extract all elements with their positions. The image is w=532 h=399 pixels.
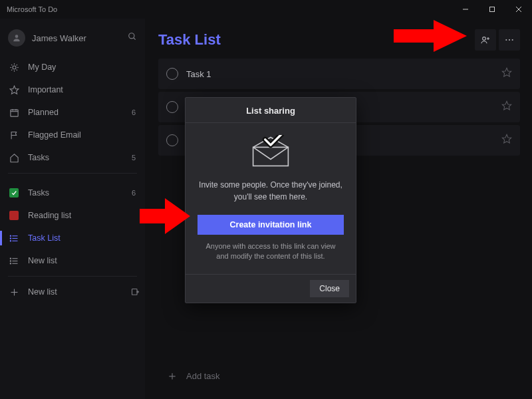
svg-point-5 xyxy=(129,33,134,39)
svg-point-41 xyxy=(505,39,507,41)
sidebar-item-label: Tasks xyxy=(28,153,124,162)
sidebar-item-label: New list xyxy=(28,256,128,265)
add-task-label: Add task xyxy=(186,371,220,381)
list-sharing-dialog: List sharing Invite some people. Once th… xyxy=(185,97,356,303)
sidebar-item-my-day[interactable]: My Day xyxy=(0,56,145,78)
star-outline-icon[interactable] xyxy=(501,67,512,80)
search-icon[interactable] xyxy=(128,32,137,44)
sidebar-item-tasks[interactable]: Tasks 5 xyxy=(0,146,145,169)
svg-point-26 xyxy=(10,240,11,241)
page-title: Task List xyxy=(158,31,472,49)
titlebar: Microsoft To Do xyxy=(0,0,532,19)
sidebar-item-label: Task List xyxy=(28,233,128,243)
profile-name: James Walker xyxy=(32,33,121,43)
task-title: Task 1 xyxy=(186,69,493,79)
svg-point-4 xyxy=(15,35,19,38)
userlists: Tasks 6 Reading list Task List New list xyxy=(0,182,145,272)
complete-circle-icon[interactable] xyxy=(166,68,178,80)
maximize-button[interactable] xyxy=(479,0,505,19)
square-green-icon xyxy=(8,188,20,198)
svg-line-13 xyxy=(16,69,17,70)
smartlists: My Day Important Planned 6 Flagged Email xyxy=(0,56,145,169)
sidebar-item-planned[interactable]: Planned 6 xyxy=(0,101,145,124)
svg-point-43 xyxy=(512,39,513,41)
svg-line-6 xyxy=(134,38,136,40)
star-outline-icon[interactable] xyxy=(501,134,512,147)
svg-point-38 xyxy=(483,37,486,41)
svg-point-31 xyxy=(10,260,11,261)
window-controls xyxy=(452,0,532,19)
svg-marker-16 xyxy=(10,86,19,94)
svg-point-42 xyxy=(509,39,510,41)
dialog-sub-text: Anyone with access to this link can view… xyxy=(198,241,344,267)
star-outline-icon[interactable] xyxy=(501,100,512,114)
svg-rect-1 xyxy=(490,7,495,12)
sidebar-item-count: 5 xyxy=(132,154,137,162)
sidebar-item-label: Important xyxy=(28,85,128,94)
new-group-button[interactable] xyxy=(125,281,145,303)
sidebar-divider xyxy=(8,173,137,174)
new-list-label: New list xyxy=(28,287,117,297)
flag-icon xyxy=(8,130,20,140)
complete-circle-icon[interactable] xyxy=(166,101,178,113)
create-invitation-link-button[interactable]: Create invitation link xyxy=(198,215,344,235)
dialog-close-button[interactable]: Close xyxy=(310,280,349,297)
complete-circle-icon[interactable] xyxy=(166,134,178,146)
profile-row[interactable]: James Walker xyxy=(0,24,145,52)
sidebar-item-reading-list[interactable]: Reading list xyxy=(0,204,145,227)
sidebar-item-label: Planned xyxy=(28,108,124,117)
svg-rect-35 xyxy=(132,289,137,295)
svg-marker-46 xyxy=(502,134,511,143)
svg-line-12 xyxy=(11,65,12,65)
main-header: Task List xyxy=(158,24,520,56)
svg-rect-17 xyxy=(10,110,17,116)
plus-icon: ＋ xyxy=(166,368,178,384)
sidebar-item-label: My Day xyxy=(28,63,128,72)
close-window-button[interactable] xyxy=(505,0,532,19)
share-list-button[interactable] xyxy=(475,29,496,51)
svg-point-25 xyxy=(10,237,11,238)
task-row[interactable]: Task 1 xyxy=(158,59,520,89)
list-icon xyxy=(8,233,20,243)
sidebar-item-label: Reading list xyxy=(28,211,128,220)
sidebar-item-label: Tasks xyxy=(28,188,124,198)
sidebar-item-new-list[interactable]: New list xyxy=(0,249,145,272)
svg-point-32 xyxy=(10,263,11,263)
square-red-icon xyxy=(8,211,20,220)
svg-point-7 xyxy=(13,66,16,69)
dialog-body-text: Invite some people. Once they've joined,… xyxy=(198,179,344,203)
home-icon xyxy=(8,153,20,163)
svg-line-14 xyxy=(11,69,12,70)
minimize-button[interactable] xyxy=(452,0,479,19)
envelope-check-icon xyxy=(249,135,293,171)
sidebar-item-flagged-email[interactable]: Flagged Email xyxy=(0,124,145,146)
more-options-button[interactable] xyxy=(499,29,520,51)
plus-icon xyxy=(8,287,20,297)
svg-point-24 xyxy=(10,235,11,236)
svg-rect-47 xyxy=(253,147,289,166)
sidebar-item-label: Flagged Email xyxy=(28,130,128,140)
svg-line-15 xyxy=(16,65,17,65)
sidebar-item-count: 6 xyxy=(132,189,137,197)
sidebar-item-user-tasks[interactable]: Tasks 6 xyxy=(0,182,145,204)
sidebar-item-task-list[interactable]: Task List xyxy=(0,227,145,249)
new-list-button[interactable]: New list xyxy=(0,281,125,303)
dialog-title: List sharing xyxy=(186,98,356,123)
sun-icon xyxy=(8,63,20,72)
avatar xyxy=(8,29,25,47)
sidebar: James Walker My Day Important xyxy=(0,19,145,399)
svg-point-30 xyxy=(10,258,11,259)
sidebar-item-count: 6 xyxy=(132,108,137,116)
calendar-icon xyxy=(8,108,20,118)
sidebar-divider xyxy=(8,276,137,277)
list-icon xyxy=(8,256,20,266)
svg-marker-44 xyxy=(502,68,511,76)
sidebar-item-important[interactable]: Important xyxy=(0,78,145,101)
add-task-button[interactable]: ＋ Add task xyxy=(158,362,520,390)
app-title: Microsoft To Do xyxy=(7,5,57,13)
star-icon xyxy=(8,85,20,95)
svg-marker-45 xyxy=(502,101,511,110)
